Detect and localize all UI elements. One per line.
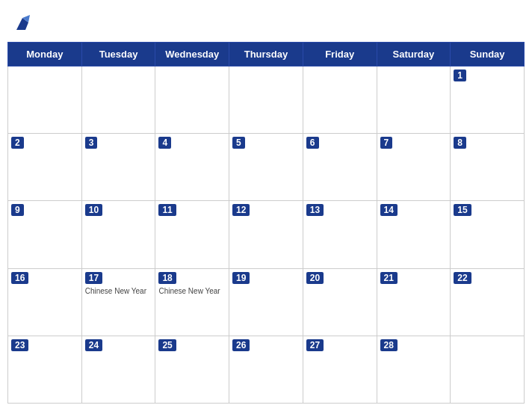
calendar-cell: 28 [377, 336, 451, 403]
logo [10, 12, 37, 36]
calendar-cell: 14 [377, 201, 451, 268]
calendar-table: MondayTuesdayWednesdayThursdayFridaySatu… [7, 42, 525, 404]
calendar-cell: 24 [81, 336, 155, 403]
days-of-week-row: MondayTuesdayWednesdayThursdayFridaySatu… [8, 43, 525, 67]
day-header-monday: Monday [8, 43, 82, 67]
day-number: 14 [380, 204, 398, 216]
week-row-2: 2345678 [8, 134, 525, 201]
calendar-cell: 15 [451, 201, 525, 268]
calendar-cell: 3 [81, 134, 155, 201]
day-number: 3 [85, 137, 98, 149]
calendar-header [7, 7, 525, 42]
calendar-cell: 5 [229, 134, 303, 201]
calendar-cell: 0 [8, 67, 82, 134]
day-number: 7 [380, 137, 393, 149]
calendar-cell: 25 [155, 336, 229, 403]
calendar-cell: 0 [303, 67, 377, 134]
calendar-cell: 2 [8, 134, 82, 201]
week-row-3: 9101112131415 [8, 201, 525, 268]
day-number: 19 [232, 272, 250, 284]
calendar-cell: 13 [303, 201, 377, 268]
day-header-thursday: Thursday [229, 43, 303, 67]
day-number: 18 [158, 272, 176, 284]
day-number: 10 [85, 204, 102, 216]
day-number: 28 [380, 339, 398, 351]
calendar-cell: 0 [81, 67, 155, 134]
day-number: 17 [85, 272, 102, 284]
calendar-cell: 23 [8, 336, 82, 403]
calendar-cell: 8 [451, 134, 525, 201]
calendar-body: 0000001234567891011121314151617Chinese N… [8, 67, 525, 404]
day-number: 1 [454, 69, 466, 81]
day-number: 4 [158, 137, 171, 149]
day-header-saturday: Saturday [377, 43, 451, 67]
calendar-cell: 1 [451, 67, 525, 134]
calendar-cell: 0 [377, 67, 451, 134]
calendar-cell: 17Chinese New Year [81, 268, 155, 336]
calendar-cell: 6 [303, 134, 377, 201]
day-number: 11 [158, 204, 176, 216]
calendar-cell: 7 [377, 134, 451, 201]
calendar-cell: 19 [229, 268, 303, 336]
day-number: 26 [232, 339, 250, 351]
calendar-cell: 12 [229, 201, 303, 268]
day-number: 27 [306, 339, 324, 351]
day-number: 23 [11, 339, 28, 351]
week-row-5: 2324252627280 [8, 336, 525, 403]
day-header-sunday: Sunday [451, 43, 525, 67]
calendar-cell: 0 [155, 67, 229, 134]
day-number: 21 [380, 272, 398, 284]
day-number: 5 [232, 137, 245, 149]
calendar-cell: 11 [155, 201, 229, 268]
day-number: 15 [454, 204, 471, 216]
day-number: 20 [306, 272, 324, 284]
week-row-1: 0000001 [8, 67, 525, 134]
calendar-cell: 20 [303, 268, 377, 336]
calendar-cell: 9 [8, 201, 82, 268]
calendar-cell: 21 [377, 268, 451, 336]
calendar-cell: 26 [229, 336, 303, 403]
day-number: 12 [232, 204, 250, 216]
calendar-event: Chinese New Year [158, 287, 226, 295]
calendar-cell: 10 [81, 201, 155, 268]
day-number: 8 [454, 137, 466, 149]
day-number: 6 [306, 137, 319, 149]
calendar-cell: 22 [451, 268, 525, 336]
day-number: 24 [85, 339, 102, 351]
day-number: 25 [158, 339, 176, 351]
day-number: 2 [11, 137, 24, 149]
day-number: 22 [454, 272, 471, 284]
day-number: 16 [11, 272, 28, 284]
calendar-cell: 16 [8, 268, 82, 336]
day-header-friday: Friday [303, 43, 377, 67]
calendar-cell: 0 [229, 67, 303, 134]
calendar-cell: 0 [451, 336, 525, 403]
calendar-cell: 4 [155, 134, 229, 201]
logo-icon [10, 12, 34, 36]
calendar-cell: 18Chinese New Year [155, 268, 229, 336]
day-header-wednesday: Wednesday [155, 43, 229, 67]
day-number: 13 [306, 204, 324, 216]
day-header-tuesday: Tuesday [81, 43, 155, 67]
calendar-cell: 27 [303, 336, 377, 403]
calendar-event: Chinese New Year [85, 287, 152, 295]
week-row-4: 1617Chinese New Year18Chinese New Year19… [8, 268, 525, 336]
day-number: 9 [11, 204, 24, 216]
